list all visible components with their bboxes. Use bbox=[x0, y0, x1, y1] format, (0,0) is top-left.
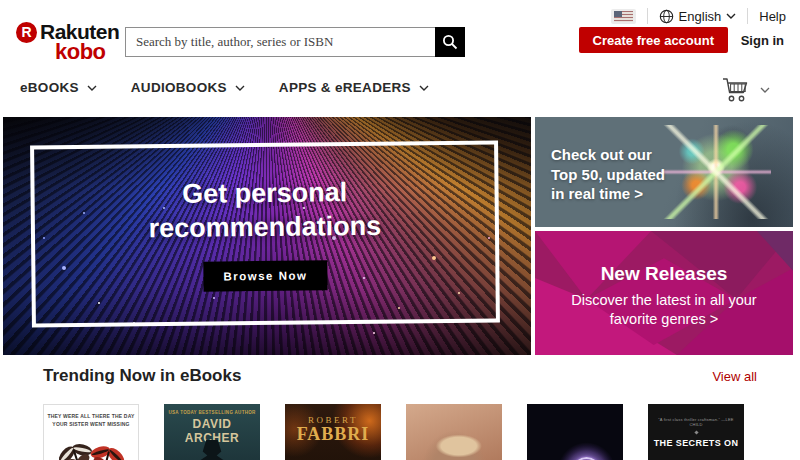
butterflies-illustration bbox=[49, 431, 133, 460]
utility-bar: English Help bbox=[611, 6, 786, 26]
language-label: English bbox=[679, 9, 722, 24]
book-quote: “A first class thriller craftsman.” —LEE… bbox=[648, 417, 744, 427]
book-cover-robert-fabbri[interactable]: ROBERT FABBRI bbox=[285, 404, 381, 460]
trending-books-row: THEY WERE ALL THERE THE DAY YOUR SISTER … bbox=[43, 404, 744, 460]
main-nav: eBOOKS AUDIOBOOKS APPS & eREADERS bbox=[20, 80, 429, 95]
promo-subtitle: Discover the latest in all your favorite… bbox=[535, 291, 793, 329]
rakuten-r-icon: R bbox=[16, 22, 37, 43]
book-cover-woman-portrait[interactable] bbox=[406, 404, 502, 460]
cart-menu[interactable] bbox=[721, 76, 770, 103]
language-selector[interactable]: English bbox=[659, 9, 737, 24]
sparkle-dots-decoration bbox=[3, 117, 5, 119]
nav-label: AUDIOBOOKS bbox=[131, 80, 227, 95]
hero-title: Get personal recommendations bbox=[148, 176, 381, 246]
book-title: THE SECRETS ON bbox=[648, 438, 744, 448]
promo-new-releases-text: New Releases Discover the latest in all … bbox=[535, 263, 793, 329]
trending-section-header: Trending Now in eBooks View all bbox=[43, 366, 757, 386]
help-link[interactable]: Help bbox=[759, 9, 786, 24]
sparkler-icon bbox=[661, 125, 771, 219]
chevron-down-icon bbox=[235, 85, 245, 91]
divider bbox=[747, 8, 748, 24]
book-cover-caption: THEY WERE ALL THERE THE DAY YOUR SISTER … bbox=[44, 405, 138, 428]
nav-label: APPS & eREADERS bbox=[279, 80, 411, 95]
create-free-account-button[interactable]: Create free account bbox=[579, 27, 728, 53]
book-cover-pocket-watch[interactable] bbox=[527, 404, 623, 460]
promo-title: New Releases bbox=[535, 263, 793, 285]
nav-item-ebooks[interactable]: eBOOKS bbox=[20, 80, 97, 95]
cart-icon bbox=[721, 76, 751, 103]
nav-item-apps-ereaders[interactable]: APPS & eREADERS bbox=[279, 80, 429, 95]
kobo-homepage: R Rakuten kobo English He bbox=[0, 0, 800, 460]
hero-banner[interactable]: Get personal recommendations Browse Now bbox=[3, 117, 531, 355]
globe-icon bbox=[659, 9, 674, 24]
book-author-last: FABBRI bbox=[285, 424, 381, 445]
promo-top50-tile[interactable]: Check out our Top 50, updated in real ti… bbox=[535, 117, 793, 227]
country-flag-icon[interactable] bbox=[611, 9, 636, 24]
book-cover-david-archer[interactable]: USA TODAY BESTSELLING AUTHOR DAVID ARCHE… bbox=[164, 404, 260, 460]
book-cover-butterflies[interactable]: THEY WERE ALL THERE THE DAY YOUR SISTER … bbox=[43, 404, 139, 460]
nav-label: eBOOKS bbox=[20, 80, 79, 95]
view-all-link[interactable]: View all bbox=[712, 369, 757, 384]
sign-in-link[interactable]: Sign in bbox=[741, 33, 784, 48]
section-title: Trending Now in eBooks bbox=[43, 366, 241, 386]
chevron-down-icon bbox=[760, 87, 770, 93]
search-input[interactable] bbox=[125, 27, 435, 57]
rakuten-kobo-logo[interactable]: R Rakuten kobo bbox=[16, 20, 119, 65]
nav-item-audiobooks[interactable]: AUDIOBOOKS bbox=[131, 80, 245, 95]
diamond-decoration bbox=[694, 430, 698, 434]
browse-now-button[interactable]: Browse Now bbox=[203, 260, 327, 291]
book-cover-the-secrets-on[interactable]: “A first class thriller craftsman.” —LEE… bbox=[648, 404, 744, 460]
hero-frame-decoration: Get personal recommendations Browse Now bbox=[30, 141, 500, 328]
chevron-down-icon bbox=[87, 85, 97, 91]
divider bbox=[647, 8, 648, 24]
search-icon bbox=[442, 34, 458, 50]
promo-new-releases-tile[interactable]: New Releases Discover the latest in all … bbox=[535, 231, 793, 355]
chevron-down-icon bbox=[419, 85, 429, 91]
chevron-down-icon bbox=[726, 13, 736, 19]
book-tagline: USA TODAY BESTSELLING AUTHOR bbox=[164, 410, 260, 415]
search-button[interactable] bbox=[435, 27, 465, 57]
search-bar bbox=[125, 27, 465, 57]
promo-top50-text: Check out our Top 50, updated in real ti… bbox=[551, 145, 665, 204]
